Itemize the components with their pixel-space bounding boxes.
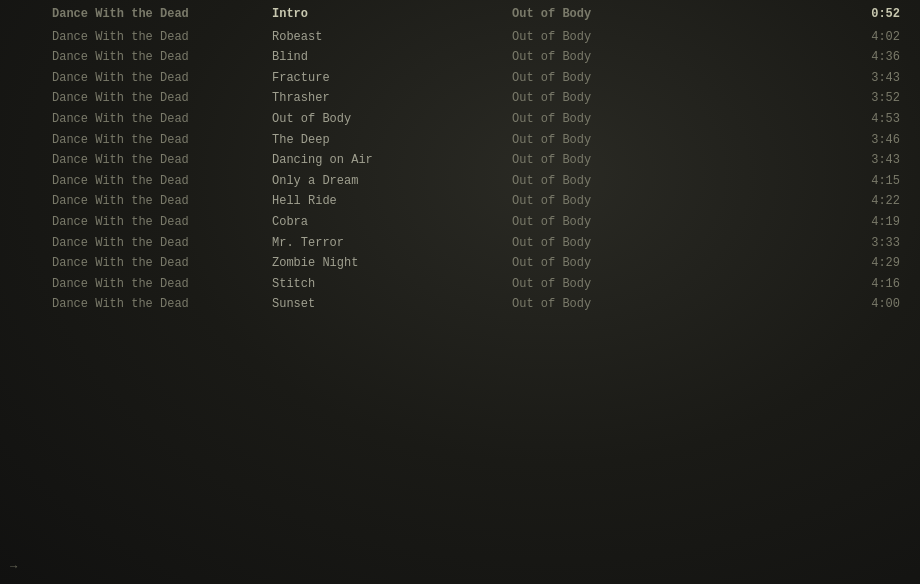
track-duration: 4:53 bbox=[850, 110, 910, 129]
track-album: Out of Body bbox=[512, 295, 692, 314]
header-spacer bbox=[692, 5, 850, 24]
track-artist: Dance With the Dead bbox=[52, 48, 272, 67]
track-album: Out of Body bbox=[512, 110, 692, 129]
header-artist: Dance With the Dead bbox=[52, 5, 272, 24]
track-artist: Dance With the Dead bbox=[52, 234, 272, 253]
track-title: Out of Body bbox=[272, 110, 512, 129]
table-row[interactable]: Dance With the DeadMr. TerrorOut of Body… bbox=[0, 233, 920, 254]
track-artist: Dance With the Dead bbox=[52, 28, 272, 47]
track-artist: Dance With the Dead bbox=[52, 213, 272, 232]
track-list-header: Dance With the Dead Intro Out of Body 0:… bbox=[0, 4, 920, 27]
track-title: Zombie Night bbox=[272, 254, 512, 273]
track-spacer bbox=[692, 89, 850, 108]
track-spacer bbox=[692, 48, 850, 67]
track-artist: Dance With the Dead bbox=[52, 110, 272, 129]
track-duration: 3:43 bbox=[850, 151, 910, 170]
track-album: Out of Body bbox=[512, 254, 692, 273]
track-artist: Dance With the Dead bbox=[52, 275, 272, 294]
track-artist: Dance With the Dead bbox=[52, 295, 272, 314]
track-album: Out of Body bbox=[512, 28, 692, 47]
track-duration: 4:15 bbox=[850, 172, 910, 191]
track-spacer bbox=[692, 172, 850, 191]
track-spacer bbox=[692, 234, 850, 253]
table-row[interactable]: Dance With the DeadThrasherOut of Body3:… bbox=[0, 88, 920, 109]
track-spacer bbox=[692, 192, 850, 211]
track-duration: 4:16 bbox=[850, 275, 910, 294]
track-title: Dancing on Air bbox=[272, 151, 512, 170]
track-duration: 4:36 bbox=[850, 48, 910, 67]
track-spacer bbox=[692, 69, 850, 88]
header-duration: 0:52 bbox=[850, 5, 910, 24]
track-spacer bbox=[692, 295, 850, 314]
track-artist: Dance With the Dead bbox=[52, 131, 272, 150]
track-title: Cobra bbox=[272, 213, 512, 232]
table-row[interactable]: Dance With the DeadStitchOut of Body4:16 bbox=[0, 274, 920, 295]
track-spacer bbox=[692, 275, 850, 294]
track-title: Robeast bbox=[272, 28, 512, 47]
track-album: Out of Body bbox=[512, 192, 692, 211]
track-spacer bbox=[692, 110, 850, 129]
track-album: Out of Body bbox=[512, 48, 692, 67]
track-duration: 4:29 bbox=[850, 254, 910, 273]
table-row[interactable]: Dance With the DeadFractureOut of Body3:… bbox=[0, 68, 920, 89]
table-row[interactable]: Dance With the DeadZombie NightOut of Bo… bbox=[0, 253, 920, 274]
track-duration: 4:19 bbox=[850, 213, 910, 232]
table-row[interactable]: Dance With the DeadHell RideOut of Body4… bbox=[0, 191, 920, 212]
track-duration: 3:52 bbox=[850, 89, 910, 108]
track-duration: 4:02 bbox=[850, 28, 910, 47]
track-spacer bbox=[692, 213, 850, 232]
track-title: Blind bbox=[272, 48, 512, 67]
header-title: Intro bbox=[272, 5, 512, 24]
track-list: Dance With the Dead Intro Out of Body 0:… bbox=[0, 0, 920, 319]
track-spacer bbox=[692, 131, 850, 150]
track-artist: Dance With the Dead bbox=[52, 151, 272, 170]
track-title: The Deep bbox=[272, 131, 512, 150]
track-spacer bbox=[692, 254, 850, 273]
track-title: Hell Ride bbox=[272, 192, 512, 211]
track-title: Fracture bbox=[272, 69, 512, 88]
track-album: Out of Body bbox=[512, 69, 692, 88]
track-title: Sunset bbox=[272, 295, 512, 314]
track-album: Out of Body bbox=[512, 213, 692, 232]
track-album: Out of Body bbox=[512, 131, 692, 150]
header-album: Out of Body bbox=[512, 5, 692, 24]
track-title: Thrasher bbox=[272, 89, 512, 108]
table-row[interactable]: Dance With the DeadOnly a DreamOut of Bo… bbox=[0, 171, 920, 192]
track-album: Out of Body bbox=[512, 151, 692, 170]
table-row[interactable]: Dance With the DeadDancing on AirOut of … bbox=[0, 150, 920, 171]
bottom-arrow: → bbox=[10, 560, 17, 574]
table-row[interactable]: Dance With the DeadOut of BodyOut of Bod… bbox=[0, 109, 920, 130]
track-duration: 4:22 bbox=[850, 192, 910, 211]
track-artist: Dance With the Dead bbox=[52, 89, 272, 108]
track-spacer bbox=[692, 28, 850, 47]
track-artist: Dance With the Dead bbox=[52, 254, 272, 273]
track-album: Out of Body bbox=[512, 172, 692, 191]
track-spacer bbox=[692, 151, 850, 170]
track-album: Out of Body bbox=[512, 275, 692, 294]
track-title: Mr. Terror bbox=[272, 234, 512, 253]
track-duration: 3:46 bbox=[850, 131, 910, 150]
table-row[interactable]: Dance With the DeadRobeastOut of Body4:0… bbox=[0, 27, 920, 48]
table-row[interactable]: Dance With the DeadCobraOut of Body4:19 bbox=[0, 212, 920, 233]
track-duration: 3:33 bbox=[850, 234, 910, 253]
track-album: Out of Body bbox=[512, 89, 692, 108]
track-duration: 3:43 bbox=[850, 69, 910, 88]
track-album: Out of Body bbox=[512, 234, 692, 253]
track-artist: Dance With the Dead bbox=[52, 172, 272, 191]
track-artist: Dance With the Dead bbox=[52, 192, 272, 211]
track-title: Stitch bbox=[272, 275, 512, 294]
track-duration: 4:00 bbox=[850, 295, 910, 314]
track-title: Only a Dream bbox=[272, 172, 512, 191]
table-row[interactable]: Dance With the DeadBlindOut of Body4:36 bbox=[0, 47, 920, 68]
table-row[interactable]: Dance With the DeadThe DeepOut of Body3:… bbox=[0, 130, 920, 151]
track-artist: Dance With the Dead bbox=[52, 69, 272, 88]
table-row[interactable]: Dance With the DeadSunsetOut of Body4:00 bbox=[0, 294, 920, 315]
